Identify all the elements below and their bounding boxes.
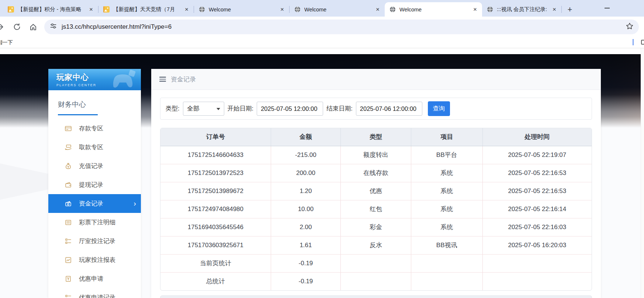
table-cell: BB平台 — [411, 146, 482, 164]
sidebar-item[interactable]: 充值记录 — [48, 157, 141, 175]
column-header: 类型 — [341, 128, 411, 146]
menu-toggle-icon[interactable] — [159, 77, 166, 82]
table-cell — [482, 272, 592, 290]
table-cell: 优惠 — [341, 182, 411, 200]
table-cell: -0.19 — [271, 272, 340, 290]
tab-close-icon[interactable]: × — [551, 6, 558, 13]
sidebar-item[interactable]: 优惠申请 — [48, 269, 141, 288]
sidebar-item-label: 提现记录 — [79, 181, 103, 189]
tab[interactable]: Welcome× — [385, 2, 482, 17]
sidebar-item-label: 充值记录 — [79, 162, 103, 170]
filter-bar: 类型: 全部 开始日期: 结束日期: 查询 — [160, 98, 592, 120]
sidebar-item[interactable]: 优惠申请记录 — [48, 288, 141, 298]
sidebar-header: 玩家中心 PLAYERS CENTER — [48, 69, 141, 90]
home-icon[interactable] — [29, 22, 38, 31]
tab[interactable]: :::视讯 会员下注纪录:::× — [482, 2, 561, 17]
lottery-detail-icon — [65, 219, 72, 226]
table-cell: 1751703603925671 — [160, 236, 271, 254]
end-date-label: 结束日期: — [326, 105, 353, 113]
type-select-value: 全部 — [187, 105, 200, 113]
table-cell — [341, 254, 411, 272]
browser-window: 【新提醒】积分 - 海燕策略×【新提醒】天天竞猜（7月×Welcome×Welc… — [0, 0, 644, 298]
tab-close-icon[interactable]: × — [472, 6, 478, 13]
url-text[interactable]: js13.cc/hhcp/usercenter.html?iniType=6 — [62, 23, 621, 31]
section-underline — [58, 114, 98, 115]
table-cell: 2025-07-05 22:16:53 — [482, 164, 592, 182]
tab-title: Welcome — [209, 7, 275, 13]
promo-apply-icon — [65, 275, 72, 283]
chevron-right-icon: › — [134, 199, 136, 207]
player-center-sidebar: 玩家中心 PLAYERS CENTER 财务中心 存款专区取款专区充值记录提现记… — [48, 69, 141, 298]
table-cell — [341, 272, 411, 290]
panel-body: 类型: 全部 开始日期: 结束日期: 查询 订单号金额类型项目处理时间 1751… — [151, 90, 601, 298]
withdraw-hand-icon — [65, 144, 72, 151]
tab-title: 【新提醒】积分 - 海燕策略 — [18, 6, 84, 13]
query-button[interactable]: 查询 — [428, 101, 450, 116]
chevron-down-icon — [217, 108, 220, 110]
yellow-site-favicon — [103, 6, 110, 13]
sidebar-item-label: 厅室投注记录 — [79, 237, 115, 245]
records-table: 订单号金额类型项目处理时间 1751725146604633-215.00额度转… — [160, 128, 592, 291]
tab[interactable]: 【新提醒】积分 - 海燕策略× — [3, 2, 98, 17]
deposit-card-icon — [65, 125, 72, 132]
site-info-icon[interactable] — [50, 22, 57, 31]
column-header: 金额 — [271, 128, 340, 146]
forward-icon[interactable] — [0, 22, 4, 31]
table-cell: -0.19 — [271, 254, 340, 272]
table-cell: 彩金 — [341, 218, 411, 236]
bookmark-star-icon[interactable] — [626, 22, 634, 32]
address-bar[interactable]: js13.cc/hhcp/usercenter.html?iniType=6 — [44, 20, 639, 34]
tab-title: Welcome — [399, 7, 468, 13]
table-cell — [411, 254, 482, 272]
money-record-icon — [65, 200, 72, 207]
page-title: 资金记录 — [171, 75, 196, 84]
tab[interactable]: Welcome× — [194, 2, 289, 17]
sidebar-item[interactable]: 取款专区 — [48, 138, 141, 157]
tab-close-icon[interactable]: × — [88, 6, 94, 13]
tab[interactable]: 【新提醒】天天竞猜（7月× — [98, 2, 194, 17]
bookmark-item[interactable]: 書一下 — [0, 39, 13, 46]
table-cell: 2025-07-05 22:16:14 — [482, 200, 592, 218]
minimize-window-button[interactable] — [605, 8, 610, 8]
end-date-input[interactable] — [356, 102, 422, 116]
table-cell: 1751694035645546 — [160, 218, 271, 236]
sidebar-section-title: 财务中心 — [48, 90, 141, 109]
globe-favicon — [487, 6, 493, 13]
tab-close-icon[interactable]: × — [183, 6, 190, 13]
table-row: 总统计-0.19 — [160, 272, 592, 290]
sidebar-item[interactable]: 彩票下注明细 — [48, 213, 141, 232]
table-cell: 1.61 — [271, 236, 340, 254]
tab-close-icon[interactable]: × — [374, 6, 381, 13]
sidebar-item[interactable]: 资金记录› — [48, 194, 141, 213]
sidebar-item[interactable]: 玩家投注报表 — [48, 250, 141, 269]
new-tab-button[interactable]: + — [565, 4, 575, 15]
globe-favicon — [294, 6, 301, 13]
table-cell: 10.00 — [271, 200, 340, 218]
table-cell — [411, 272, 482, 290]
table-cell: 系统 — [411, 164, 482, 182]
sidebar-item[interactable]: 存款专区 — [48, 119, 141, 138]
type-select[interactable]: 全部 — [183, 102, 224, 116]
tab-close-icon[interactable]: × — [279, 6, 285, 13]
gamepad-decoration-icon — [108, 70, 139, 90]
table-cell: 1.20 — [271, 182, 340, 200]
scrollbar-track[interactable] — [641, 48, 644, 298]
sidebar-item-label: 优惠申请记录 — [79, 294, 115, 298]
tab[interactable]: Welcome× — [290, 2, 385, 17]
table-cell: 系统 — [411, 182, 482, 200]
reload-icon[interactable] — [13, 22, 21, 31]
start-date-input[interactable] — [257, 102, 323, 116]
tab-separator — [561, 6, 562, 13]
globe-favicon — [199, 6, 205, 13]
table-row: 1751725146604633-215.00额度转出BB平台2025-07-0… — [160, 146, 592, 164]
table-cell: 当前页统计 — [160, 254, 271, 272]
browser-toolbar: js13.cc/hhcp/usercenter.html?iniType=6 — [0, 17, 644, 37]
type-label: 类型: — [166, 105, 180, 113]
sidebar-item[interactable]: 提现记录 — [48, 175, 141, 194]
sidebar-item[interactable]: 厅室投注记录 — [48, 232, 141, 250]
hall-bet-icon — [65, 238, 72, 245]
table-cell: 反水 — [341, 236, 411, 254]
table-row: 17517250139896721.20优惠系统2025-07-05 22:16… — [160, 182, 592, 200]
table-cell: 1751724974084980 — [160, 200, 271, 218]
table-cell: 额度转出 — [341, 146, 411, 164]
